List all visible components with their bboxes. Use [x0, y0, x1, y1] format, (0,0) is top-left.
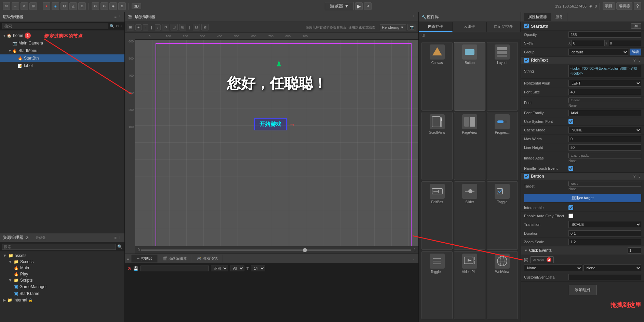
click-event-select1[interactable]: None [524, 265, 582, 271]
use-sys-font-checkbox[interactable] [568, 119, 573, 124]
comp-tab-builtin[interactable]: 内置控件 [419, 22, 453, 32]
toolbar-icon5[interactable]: ⊕ [78, 2, 86, 10]
node-enable-checkbox[interactable] [524, 24, 529, 28]
tree-item-label[interactable]: 📝 label [0, 62, 124, 69]
toolbar-back-btn[interactable]: ↺ [3, 2, 10, 10]
tab-preview[interactable]: 🎮 游戏预览 [192, 255, 223, 262]
editor-btn[interactable]: 编辑器 [616, 2, 632, 10]
asset-item-scnecs[interactable]: ▼ 📁 Scnecs [7, 259, 123, 265]
project-btn[interactable]: 项目 [603, 2, 615, 10]
asset-search-input[interactable] [2, 244, 116, 250]
scene-zoom-fit[interactable]: ⊞ [127, 24, 134, 30]
scene-move-tool[interactable]: ↕ [155, 24, 161, 30]
zoom-slider[interactable] [141, 249, 411, 251]
comp-tab-custom[interactable]: 自定义控件 [487, 22, 521, 32]
scene-align-btn[interactable]: ⊟ [193, 24, 200, 30]
add-component-btn[interactable]: 添加组件 [569, 285, 597, 295]
click-events-count[interactable] [628, 247, 641, 254]
comp-layout[interactable]: Layout [487, 42, 518, 111]
asset-item-scripts[interactable]: ▼ 📁 Scripts [7, 277, 123, 283]
scene-scale-tool[interactable]: ⊡ [171, 24, 178, 30]
tab-animation[interactable]: 🎬 动画编辑器 [158, 255, 192, 262]
console-search-input[interactable] [140, 266, 209, 271]
halign-select[interactable]: LEFT [568, 80, 641, 87]
asset-item-assets[interactable]: ▼ 📁 assets [1, 253, 123, 259]
button-help-icon[interactable]: ? [633, 174, 635, 179]
inspector-tab-props[interactable]: 属性检查器 [524, 13, 551, 21]
scene-zoom-out[interactable]: - [143, 24, 148, 30]
scene-zoom-in[interactable]: + [135, 24, 142, 30]
comp-togglecontainer[interactable]: Toggle... [421, 251, 453, 320]
hierarchy-collapse-btn[interactable]: ≡ [115, 15, 117, 19]
toolbar-fwd-btn[interactable]: → [12, 2, 19, 10]
asset-item-gamemanager[interactable]: ▣ GameManager [12, 283, 123, 290]
toolbar-close-btn[interactable]: ✕ [21, 2, 28, 10]
richtext-enable[interactable] [524, 58, 529, 63]
toolbar-icon6[interactable]: ⊘ [92, 2, 99, 10]
console-filter-regex[interactable]: 正则 [211, 266, 228, 271]
opacity-input[interactable] [568, 31, 641, 38]
toolbar-icon4[interactable]: △ [69, 2, 77, 10]
asset-more-btn[interactable]: ⋮ [118, 235, 122, 240]
custom-event-input[interactable] [568, 274, 641, 280]
scene-rect-tool[interactable]: ⊞ [179, 24, 186, 30]
toolbar-icon2[interactable]: ◈ [52, 2, 59, 10]
scene-cam-btn[interactable]: 📷 [407, 24, 416, 30]
asset-search-icon[interactable]: 🔍 [117, 244, 122, 249]
bottom-tab-expand[interactable]: ≡ [125, 255, 132, 262]
toolbar-icon1[interactable]: ■ [43, 2, 50, 10]
scene-align2-btn[interactable]: ⊠ [201, 24, 209, 30]
canvas-inner[interactable]: 您好，任聪聪！ 开始游戏 → [135, 40, 418, 254]
comp-progress[interactable]: Progres... [487, 112, 518, 180]
toolbar-icon7[interactable]: ⊙ [100, 2, 108, 10]
console-font-size[interactable]: 14 [251, 266, 265, 271]
font-family-input[interactable] [568, 110, 641, 116]
richtext-help-icon[interactable]: ? [633, 58, 635, 63]
console-filter-level[interactable]: All [230, 266, 244, 271]
help-btn[interactable]: ? [634, 2, 641, 10]
comp-slider[interactable]: Slider [454, 181, 485, 250]
comp-canvas[interactable]: Canvas [421, 42, 453, 111]
tab-console[interactable]: → 控制台 [132, 255, 158, 262]
start-game-btn[interactable]: 开始游戏 [254, 118, 287, 130]
asset-item-main[interactable]: 🔥 Main [12, 265, 123, 271]
hierarchy-add-icon[interactable]: + [120, 24, 122, 28]
hierarchy-refresh-icon[interactable]: ↺ [116, 24, 119, 28]
comp-editbox[interactable]: EditBox [421, 181, 453, 250]
new-target-btn[interactable]: 新建cc.target [524, 194, 641, 202]
play-btn[interactable]: ▶ [355, 2, 363, 10]
button-enable[interactable] [524, 174, 529, 179]
comp-toggle[interactable]: Toggle [487, 181, 518, 250]
handle-touch-checkbox[interactable] [568, 166, 573, 171]
inspector-tab-service[interactable]: 服务 [551, 13, 567, 21]
transition-select[interactable]: SCALE [568, 221, 641, 228]
browser-btn[interactable]: 游览器 ▼ [325, 2, 354, 10]
bottom-more-btn[interactable]: ⋮ [412, 256, 416, 261]
console-save-btn[interactable]: 💾 [133, 266, 138, 271]
skew-x-input[interactable] [572, 40, 605, 46]
group-edit-btn[interactable]: 编辑 [630, 49, 641, 55]
hierarchy-search-input[interactable] [2, 23, 108, 29]
auto-gray-checkbox[interactable] [568, 214, 573, 218]
group-select[interactable]: default [568, 49, 628, 55]
toolbar-3d-btn[interactable]: 3D [132, 3, 141, 9]
comp-pageview[interactable]: PageView [454, 112, 485, 180]
max-width-input[interactable] [568, 136, 641, 142]
comp-scrollview[interactable]: ScrollView [421, 112, 453, 180]
string-value[interactable]: <color=#00ff00>开始</c><color=#0fffff>游戏</… [568, 65, 641, 77]
comp-webview[interactable]: WebView [487, 251, 518, 320]
comp-videoplayer[interactable]: Video Pl... [454, 251, 485, 320]
asset-collapse-btn[interactable]: ≡ [115, 235, 117, 240]
comp-tab-cloud[interactable]: 云组件 [453, 22, 486, 32]
toolbar-icon8[interactable]: ◈ [109, 2, 117, 10]
button-more-icon[interactable]: ⋮ [638, 174, 641, 179]
toolbar-grid-btn[interactable]: ⊞ [29, 2, 37, 10]
duration-input[interactable] [568, 230, 641, 236]
interactable-checkbox[interactable] [568, 205, 573, 210]
tree-item-start-menu[interactable]: ▼ 🔥 StartMenu [0, 47, 124, 54]
hierarchy-more-btn[interactable]: ⋮ [118, 15, 122, 19]
richtext-more-icon[interactable]: ⋮ [638, 58, 641, 63]
hierarchy-search-icon[interactable]: 🔍 [110, 24, 115, 28]
comp-button[interactable]: Button [454, 42, 485, 111]
rendering-btn[interactable]: Rendering ▼ [380, 24, 406, 30]
